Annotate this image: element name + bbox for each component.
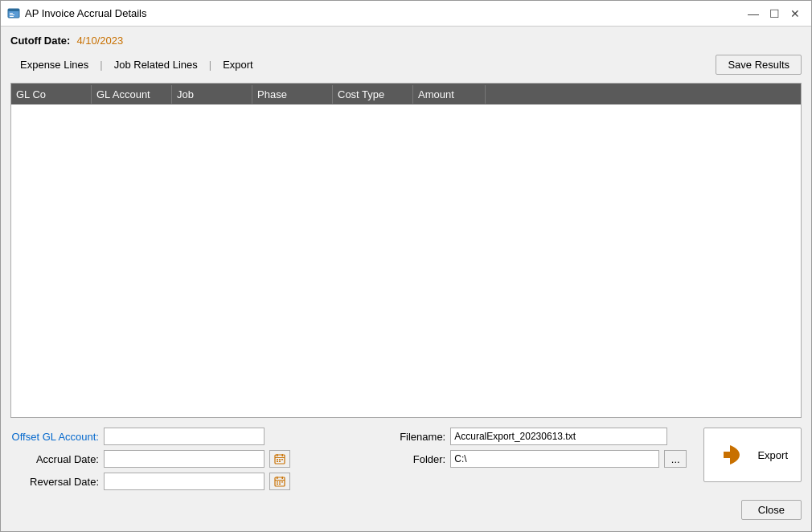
svg-rect-15 bbox=[275, 480, 285, 481]
export-arrow-icon bbox=[717, 439, 749, 471]
main-window: AP Invoice Accrual Details — ☐ ✕ Cutoff … bbox=[0, 0, 812, 532]
folder-label: Folder: bbox=[357, 453, 445, 465]
svg-rect-1 bbox=[8, 9, 19, 11]
accrual-date-row: Accrual Date: bbox=[10, 450, 341, 468]
table-header: GL Co GL Account Job Phase Cost Type Amo… bbox=[11, 84, 801, 104]
reversal-date-label: Reversal Date: bbox=[10, 476, 99, 488]
reversal-date-input[interactable] bbox=[104, 473, 265, 490]
accrual-date-calendar-button[interactable] bbox=[269, 450, 290, 468]
svg-rect-16 bbox=[277, 477, 278, 479]
form-sections: Offset GL Account: Accrual Date: bbox=[10, 428, 802, 490]
col-header-glco: GL Co bbox=[11, 85, 92, 104]
calendar-icon bbox=[274, 453, 285, 464]
svg-rect-3 bbox=[10, 14, 14, 15]
toolbar-row: Expense Lines | Job Related Lines | Expo… bbox=[10, 55, 802, 75]
svg-rect-7 bbox=[277, 454, 278, 456]
svg-rect-22 bbox=[279, 484, 281, 485]
bottom-actions: Close bbox=[10, 495, 802, 523]
accrual-date-input[interactable] bbox=[104, 450, 265, 468]
svg-rect-10 bbox=[279, 459, 281, 460]
content-area: Cutoff Date: 4/10/2023 Expense Lines | J… bbox=[1, 27, 811, 531]
window-title: AP Invoice Accrual Details bbox=[25, 7, 744, 19]
cutoff-row: Cutoff Date: 4/10/2023 bbox=[10, 35, 802, 47]
folder-input[interactable] bbox=[450, 450, 659, 468]
close-title-button[interactable]: ✕ bbox=[785, 4, 805, 23]
right-form-section: Filename: Folder: ... bbox=[357, 428, 687, 468]
col-header-job: Job bbox=[172, 85, 252, 104]
offset-gl-input[interactable] bbox=[104, 428, 265, 445]
bottom-form: Offset GL Account: Accrual Date: bbox=[10, 423, 802, 490]
cutoff-label: Cutoff Date: bbox=[10, 35, 70, 47]
save-results-button[interactable]: Save Results bbox=[716, 55, 802, 75]
svg-rect-2 bbox=[10, 13, 13, 14]
filename-input[interactable] bbox=[450, 428, 667, 445]
filename-label: Filename: bbox=[357, 431, 445, 443]
browse-button[interactable]: ... bbox=[664, 450, 687, 468]
table-body bbox=[11, 104, 801, 417]
export-label: Export bbox=[757, 449, 788, 461]
col-header-amount: Amount bbox=[413, 85, 486, 104]
reversal-date-row: Reversal Date: bbox=[10, 473, 341, 490]
close-button[interactable]: Close bbox=[741, 500, 802, 520]
data-table: GL Co GL Account Job Phase Cost Type Amo… bbox=[10, 83, 802, 418]
tab-group: Expense Lines | Job Related Lines | Expo… bbox=[10, 55, 263, 74]
cutoff-value: 4/10/2023 bbox=[76, 35, 123, 47]
export-panel-button[interactable]: Export bbox=[703, 428, 802, 482]
svg-rect-6 bbox=[275, 457, 285, 458]
svg-rect-21 bbox=[277, 484, 278, 485]
title-bar: AP Invoice Accrual Details — ☐ ✕ bbox=[1, 1, 811, 27]
col-header-glaccount: GL Account bbox=[92, 85, 172, 104]
accrual-date-label: Accrual Date: bbox=[10, 453, 99, 465]
tab-job-related-lines[interactable]: Job Related Lines bbox=[105, 55, 207, 74]
filename-row: Filename: bbox=[357, 428, 687, 445]
export-panel-wrapper: Export bbox=[703, 428, 802, 482]
offset-gl-row: Offset GL Account: bbox=[10, 428, 341, 445]
tab-expense-lines[interactable]: Expense Lines bbox=[10, 55, 98, 74]
svg-rect-20 bbox=[281, 481, 283, 483]
window-controls: — ☐ ✕ bbox=[744, 4, 805, 23]
svg-rect-19 bbox=[279, 481, 281, 483]
window-icon bbox=[7, 7, 20, 20]
svg-rect-8 bbox=[282, 454, 284, 456]
svg-rect-11 bbox=[281, 459, 283, 460]
col-header-costtype: Cost Type bbox=[333, 85, 413, 104]
folder-row: Folder: ... bbox=[357, 450, 687, 468]
calendar-icon-2 bbox=[274, 476, 285, 487]
tab-export[interactable]: Export bbox=[213, 55, 263, 74]
col-header-extra bbox=[486, 91, 801, 97]
reversal-date-calendar-button[interactable] bbox=[269, 473, 290, 490]
svg-rect-17 bbox=[282, 477, 284, 479]
svg-rect-9 bbox=[277, 459, 278, 460]
offset-gl-label[interactable]: Offset GL Account: bbox=[10, 431, 99, 443]
svg-rect-12 bbox=[277, 461, 278, 463]
svg-rect-18 bbox=[277, 481, 278, 483]
minimize-button[interactable]: — bbox=[744, 4, 763, 23]
svg-rect-4 bbox=[10, 16, 14, 17]
svg-rect-13 bbox=[279, 461, 281, 463]
maximize-button[interactable]: ☐ bbox=[765, 4, 784, 23]
left-form-section: Offset GL Account: Accrual Date: bbox=[10, 428, 341, 490]
col-header-phase: Phase bbox=[252, 85, 333, 104]
